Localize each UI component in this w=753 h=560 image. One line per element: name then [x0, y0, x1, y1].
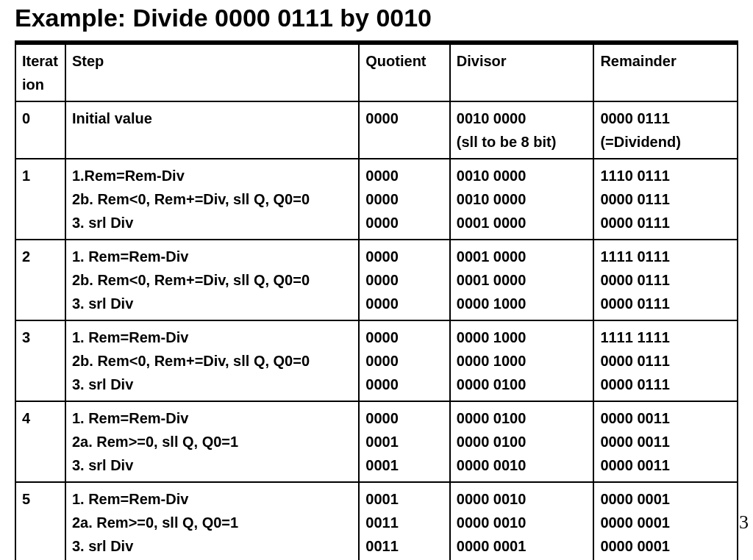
cell-divisor-line: 0000 0010 — [457, 453, 588, 477]
cell-step-line: 2a. Rem>=0, sll Q, Q0=1 — [72, 430, 352, 453]
col-header-iteration: Iterat ion — [15, 44, 65, 101]
cell-remainder-line: 0000 0111 — [600, 211, 731, 234]
cell-remainder-line: 0000 0001 — [600, 487, 731, 511]
col-header-step: Step — [65, 44, 359, 101]
cell-remainder-line: 0000 0111 — [600, 187, 731, 211]
cell-divisor: 0000 01000000 01000000 0010 — [450, 401, 594, 482]
slide-page: Example: Divide 0000 0111 by 0010 Iterat… — [0, 0, 753, 560]
cell-step-line: 2b. Rem<0, Rem+=Div, sll Q, Q0=0 — [72, 268, 352, 292]
table-row: 41. Rem=Rem-Div2a. Rem>=0, sll Q, Q0=13.… — [15, 401, 738, 482]
cell-remainder-line: 0000 0111 — [600, 268, 731, 292]
cell-divisor-line: 0000 0010 — [457, 511, 588, 534]
cell-step: 1. Rem=Rem-Div2a. Rem>=0, sll Q, Q0=13. … — [65, 401, 359, 482]
iteration-value: 5 — [22, 491, 30, 507]
cell-remainder-line: 1110 0111 — [600, 164, 731, 187]
page-title: Example: Divide 0000 0111 by 0010 — [15, 0, 738, 33]
col-header-divisor: Divisor — [450, 44, 594, 101]
table-row: 11.Rem=Rem-Div2b. Rem<0, Rem+=Div, sll Q… — [15, 159, 738, 240]
cell-quotient-line: 0000 — [365, 187, 443, 211]
cell-quotient-line: 0000 — [365, 245, 443, 268]
cell-divisor-line: 0010 0000 — [457, 107, 588, 130]
cell-remainder: 1111 11110000 01110000 0111 — [593, 320, 738, 401]
cell-divisor-line: 0000 1000 — [457, 349, 588, 373]
cell-remainder: 0000 00010000 00010000 0001 — [593, 482, 738, 560]
cell-remainder: 1110 01110000 01110000 0111 — [593, 159, 738, 240]
cell-quotient-line: 0000 — [365, 349, 443, 373]
cell-quotient: 000000000000 — [359, 240, 450, 320]
cell-quotient-line: 0000 — [365, 326, 443, 349]
cell-quotient-line: 0001 — [365, 453, 443, 477]
cell-remainder-line: 0000 0111 — [600, 373, 731, 396]
cell-quotient: 0000 — [359, 101, 450, 159]
cell-step: 1.Rem=Rem-Div2b. Rem<0, Rem+=Div, sll Q,… — [65, 159, 359, 240]
table-row: 21. Rem=Rem-Div2b. Rem<0, Rem+=Div, sll … — [15, 240, 738, 320]
cell-remainder-line: 0000 0111 — [600, 349, 731, 373]
cell-quotient-line: 0011 — [365, 511, 443, 534]
cell-remainder-line: 0000 0011 — [600, 406, 731, 430]
cell-step-line: Initial value — [72, 107, 352, 130]
page-number: 3 — [739, 511, 749, 534]
cell-quotient-line: 0000 — [365, 107, 443, 130]
cell-iteration: 5 — [15, 482, 65, 560]
cell-quotient-line: 0000 — [365, 164, 443, 187]
cell-remainder-line: 0000 0111 — [600, 107, 731, 130]
cell-divisor-line: (sll to be 8 bit) — [457, 130, 588, 154]
cell-remainder-line: 0000 0001 — [600, 511, 731, 534]
cell-step-line: 3. srl Div — [72, 453, 352, 477]
cell-remainder-line: 1111 0111 — [600, 245, 731, 268]
cell-remainder-line: (=Dividend) — [600, 130, 731, 154]
table-row: 51. Rem=Rem-Div2a. Rem>=0, sll Q, Q0=13.… — [15, 482, 738, 560]
cell-quotient-line: 0000 — [365, 292, 443, 315]
cell-remainder-line: 0000 0001 — [600, 534, 731, 558]
table-header-row: Iterat ion Step Quotient Divisor Remaind… — [15, 44, 738, 101]
cell-step-line: 3. srl Div — [72, 211, 352, 234]
iteration-value: 3 — [22, 329, 30, 345]
cell-divisor-line: 0000 1000 — [457, 292, 588, 315]
cell-iteration: 1 — [15, 159, 65, 240]
cell-step-line: 3. srl Div — [72, 534, 352, 558]
cell-quotient-line: 0011 — [365, 534, 443, 558]
cell-divisor-line: 0010 0000 — [457, 187, 588, 211]
cell-remainder-line: 0000 0111 — [600, 292, 731, 315]
cell-divisor-line: 0001 0000 — [457, 268, 588, 292]
cell-quotient: 000000000000 — [359, 320, 450, 401]
cell-remainder-line: 1111 1111 — [600, 326, 731, 349]
table-body: 0Initial value00000010 0000(sll to be 8 … — [15, 101, 738, 560]
cell-step-line: 1. Rem=Rem-Div — [72, 326, 352, 349]
cell-divisor-line: 0000 0001 — [457, 534, 588, 558]
col-header-iteration-line1: Iterat — [22, 53, 58, 69]
cell-step: 1. Rem=Rem-Div2b. Rem<0, Rem+=Div, sll Q… — [65, 240, 359, 320]
cell-divisor-line: 0000 0010 — [457, 487, 588, 511]
cell-step: Initial value — [65, 101, 359, 159]
cell-quotient: 000100110011 — [359, 482, 450, 560]
iteration-value: 0 — [22, 110, 30, 126]
cell-remainder: 0000 0111(=Dividend) — [593, 101, 738, 159]
cell-quotient-line: 0000 — [365, 373, 443, 396]
cell-step-line: 1. Rem=Rem-Div — [72, 406, 352, 430]
iteration-value: 1 — [22, 168, 30, 184]
cell-divisor-line: 0000 1000 — [457, 326, 588, 349]
cell-divisor-line: 0010 0000 — [457, 164, 588, 187]
cell-divisor-line: 0000 0100 — [457, 373, 588, 396]
cell-quotient-line: 0001 — [365, 430, 443, 453]
iteration-value: 2 — [22, 248, 30, 265]
cell-quotient-line: 0000 — [365, 211, 443, 234]
cell-divisor-line: 0001 0000 — [457, 211, 588, 234]
cell-step-line: 1. Rem=Rem-Div — [72, 245, 352, 268]
cell-step-line: 3. srl Div — [72, 373, 352, 396]
table-row: 0Initial value00000010 0000(sll to be 8 … — [15, 101, 738, 159]
cell-iteration: 2 — [15, 240, 65, 320]
cell-remainder-line: 0000 0011 — [600, 430, 731, 453]
cell-quotient: 000000010001 — [359, 401, 450, 482]
cell-divisor: 0000 00100000 00100000 0001 — [450, 482, 594, 560]
division-table: Iterat ion Step Quotient Divisor Remaind… — [15, 43, 738, 560]
cell-step-line: 2b. Rem<0, Rem+=Div, sll Q, Q0=0 — [72, 187, 352, 211]
col-header-iteration-line2: ion — [22, 76, 44, 93]
cell-step-line: 2b. Rem<0, Rem+=Div, sll Q, Q0=0 — [72, 349, 352, 373]
cell-remainder-line: 0000 0011 — [600, 453, 731, 477]
cell-quotient-line: 0000 — [365, 406, 443, 430]
cell-iteration: 0 — [15, 101, 65, 159]
cell-step: 1. Rem=Rem-Div2b. Rem<0, Rem+=Div, sll Q… — [65, 320, 359, 401]
col-header-remainder: Remainder — [593, 44, 738, 101]
col-header-quotient: Quotient — [359, 44, 450, 101]
